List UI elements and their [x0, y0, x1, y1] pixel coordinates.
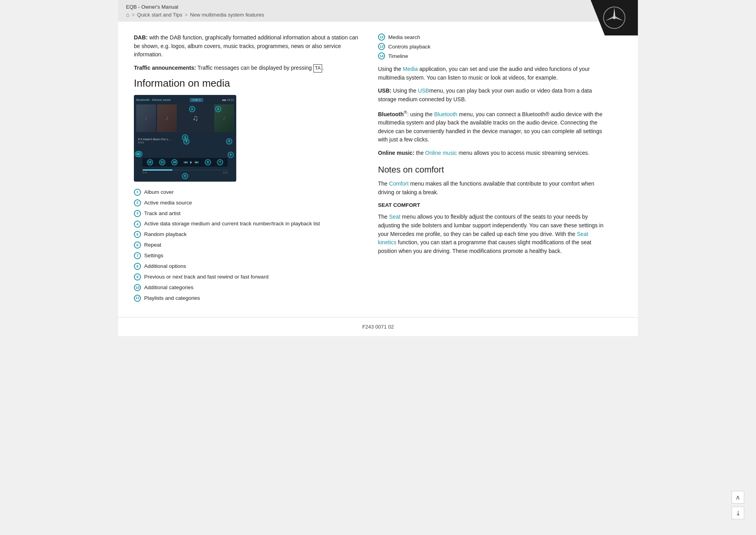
item-10-text: Additional categories [144, 284, 193, 292]
list-item: 2 Active media source [134, 199, 362, 207]
usb-link[interactable]: USB [418, 87, 429, 94]
item-1-text: Album cover [144, 189, 174, 196]
header: EQB - Owner's Manual ⌂ > Quick start and… [118, 0, 638, 22]
dab-paragraph: DAB: with the DAB function, graphically … [134, 33, 362, 59]
online-music-label: Online music: [378, 150, 415, 156]
bluetooth-paragraph: Bluetooth®: using the Bluetooth menu, yo… [378, 109, 606, 144]
prev-icon: ⏮ [184, 160, 188, 164]
svg-marker-3 [614, 8, 615, 18]
item-5-text: Random playback [144, 231, 187, 238]
next-icon: ⏭ [195, 160, 199, 164]
list-item: 5 Random playback [134, 231, 362, 238]
progress-bar-fill [143, 169, 172, 171]
comfort-link[interactable]: Comfort [389, 180, 409, 187]
media-source-btn: USB ② [190, 98, 203, 102]
circle-8: 8 [134, 263, 141, 270]
seat-link[interactable]: Seat [389, 214, 400, 220]
online-music-paragraph: Online music: the Online music menu allo… [378, 149, 606, 158]
right-num-item-12: 12 Media search [378, 33, 606, 41]
media-source-label: Bluetooth · Device music [136, 98, 171, 102]
item-9-text: Previous or next track and fast rewind o… [144, 273, 269, 281]
mercedes-star-icon [602, 6, 626, 30]
breadcrumb: ⌂ > Quick start and Tips > New multimedi… [126, 11, 630, 18]
online-text1: the [415, 150, 425, 156]
left-column: DAB: with the DAB function, graphically … [134, 33, 362, 305]
ta-key: TA [313, 64, 322, 72]
bluetooth-link[interactable]: Bluetooth [434, 111, 457, 117]
svg-point-6 [613, 16, 615, 19]
controls-area: 13 6 12 11 10 ⏮ ⏵ ⏭ [136, 158, 234, 167]
right-num-item-14: 14 Timeline [378, 52, 606, 59]
media-top-bar: Bluetooth · Device music USB ② ▶▶ 19:21 [136, 97, 234, 103]
play-icon: ⏵ [189, 160, 193, 164]
seat-intro: The [378, 214, 389, 220]
scroll-up-button[interactable]: ∧ [732, 491, 744, 503]
list-item: 4 Active data storage medium and current… [134, 220, 362, 228]
item-4-text: Active data storage medium and current t… [144, 220, 320, 228]
list-item: 10 Additional categories [134, 284, 362, 292]
media-time: ▶▶ 19:21 [222, 98, 234, 102]
traffic-end: . [322, 65, 324, 71]
circle-13: 13 [378, 43, 385, 50]
circle-1: 1 [134, 189, 141, 196]
traffic-text: Traffic messages can be displayed by pre… [196, 65, 313, 71]
bluetooth-text1: using the [409, 111, 434, 117]
traffic-paragraph: Traffic announcements: Traffic messages … [134, 64, 362, 72]
circle-12: 12 [378, 33, 385, 41]
bluetooth-sup: ® [404, 110, 407, 115]
circle-14: 14 [378, 52, 385, 59]
track-name: If It Hadn't Been For L... [138, 137, 222, 141]
footer-code: F243 0071 02 [362, 324, 394, 330]
list-item: 3 Track and artist [134, 210, 362, 217]
callout-6: 6 [228, 152, 234, 158]
media-player-image: Bluetooth · Device music USB ② ▶▶ 19:21 … [134, 95, 236, 182]
usb-paragraph: USB: Using the USBmenu, you can play bac… [378, 87, 606, 104]
content-area: DAB: with the DAB function, graphically … [118, 22, 638, 317]
media-intro-text: Using the [378, 66, 403, 72]
list-item: 9 Previous or next track and fast rewind… [134, 273, 362, 281]
circle-9: 9 [134, 273, 141, 281]
callout-11: 11 [159, 159, 165, 165]
item-12-text: Media search [388, 34, 420, 40]
callout-5: 5 [226, 138, 232, 145]
home-icon[interactable]: ⌂ [126, 11, 129, 18]
callout-14: 14 [135, 151, 141, 157]
callout-7: 7 [217, 159, 223, 165]
track-info: If It Hadn't Been For L... Artist [138, 137, 222, 144]
breadcrumb-item1[interactable]: Quick start and Tips [137, 12, 182, 18]
comfort-text: menu makes all the functions available t… [378, 180, 594, 195]
item-13-text: Controls playback [388, 44, 430, 50]
circle-2: 2 [134, 199, 141, 206]
seat-text1: menu allows you to flexibly adjust the c… [378, 214, 604, 237]
item-6-text: Repeat [144, 241, 161, 249]
svg-marker-5 [606, 16, 614, 20]
callout-9: 9 [182, 173, 188, 179]
media-link[interactable]: Media [403, 66, 418, 72]
circle-4: 4 [134, 221, 141, 228]
list-item: 1 Album cover [134, 189, 362, 196]
dab-label: DAB: [134, 34, 148, 41]
progress-bar-bg [143, 169, 228, 171]
callout-8: 8 [205, 159, 211, 165]
list-item: 6 Repeat [134, 241, 362, 249]
online-music-link[interactable]: Online music [425, 150, 457, 156]
right-column: 12 Media search 13 Controls playback 14 … [378, 33, 606, 305]
circle-7: 7 [134, 252, 141, 259]
traffic-label: Traffic announcements: [134, 65, 196, 71]
artist-name: Artist [138, 141, 222, 144]
time-total: 3:12 [223, 171, 228, 174]
info-on-media-heading: Information on media [134, 77, 362, 89]
page-title: EQB - Owner's Manual [126, 4, 630, 10]
seat-paragraph: The Seat menu allows you to flexibly adj… [378, 213, 606, 255]
circle-5: 5 [134, 231, 141, 238]
dab-text: with the DAB function, graphically forma… [134, 34, 358, 58]
list-item: 7 Settings [134, 252, 362, 260]
thumb1: ♪ [136, 104, 156, 132]
scroll-down-button[interactable]: ⤓ [732, 507, 744, 519]
item-2-text: Active media source [144, 199, 192, 207]
time-labels: 0:42 3:12 [143, 171, 228, 174]
media-ui: Bluetooth · Device music USB ② ▶▶ 19:21 … [134, 95, 236, 182]
online-text2: menu allows you to access music streamin… [457, 150, 589, 156]
seat-text2: function, you can start a programme that… [378, 239, 591, 254]
callout-12: 12 [147, 159, 153, 165]
